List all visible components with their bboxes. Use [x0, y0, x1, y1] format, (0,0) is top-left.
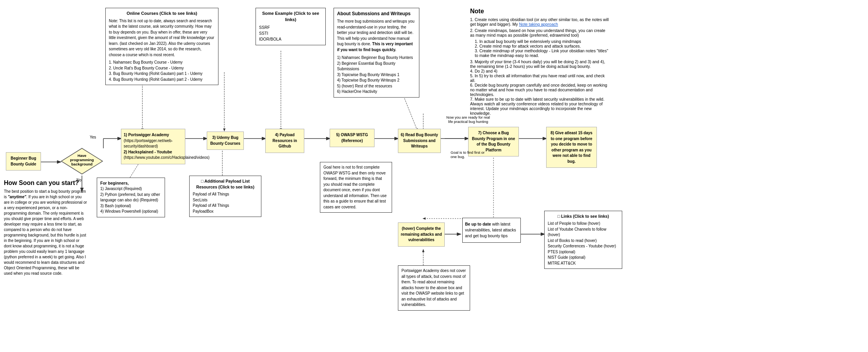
beginners-item-4: 4) Windows Powershell (optional): [100, 209, 162, 215]
link-item-1: List of People to follow (hover): [548, 221, 619, 227]
for-beginners-box: For beginners, 1) Javascript (Required) …: [97, 178, 165, 217]
portswigger-note-text: Portswigger Academy does not cover all t…: [401, 268, 467, 308]
how-soon-section: How Soon can you start? The best positio…: [4, 180, 88, 276]
link-item-5: PTES (optional): [548, 249, 619, 255]
note-sub-2: 2. Create mind map for attack vectors an…: [475, 44, 611, 48]
about-submissions-title: About Submssions and Writeups: [337, 11, 416, 17]
online-course-item-2: 2. Uncle Rat's Bug Bounty Course - Udemy: [109, 66, 215, 71]
owasp-box: 5) OWASP WSTG (Reference): [330, 129, 375, 147]
payload-item-3: Payload of All Things: [193, 203, 258, 209]
note-section: Note 1. Create notes using obsidian tool…: [470, 8, 611, 116]
udemy-box: 3) Udemy Bug Bounty Courses: [207, 132, 244, 150]
payload-item-2: SecLists: [193, 197, 258, 203]
beginners-title: For beginners,: [100, 180, 162, 186]
online-course-item-4: 4. Bug Bounty Hunting (Rohit Gautam) par…: [109, 77, 215, 83]
payload-item-4: PayloadBox: [193, 209, 258, 215]
how-soon-body: The best position to start a bug bounty …: [4, 189, 88, 276]
some-example-title: Some Example (Click to see links): [259, 11, 322, 23]
submission-item-4: 4) Topicwise Bug Bounty Writeups 2: [337, 78, 416, 84]
submission-item-1: 1) Nahamsec Beginner Bug Bounty Hunters: [337, 55, 416, 61]
real-life-note: Now you are ready for real life practica…: [445, 115, 492, 124]
note-sub-3: 3. Create mindmap of your methodology - …: [475, 48, 611, 58]
online-courses-box: Online Courses (Click to see links) Note…: [105, 8, 218, 85]
beginner-box: Beginner Bug Bounty Guide: [6, 152, 41, 171]
note-item-2: 2. Create mindmaps, based on how you und…: [470, 28, 611, 37]
goal-note: Goal is to find first or one bug.: [451, 150, 490, 159]
read-bug-label: 6) Read Bug Bounty Submissions and Write…: [401, 132, 438, 149]
additional-payload-box: □ Additional Payload List Resources (Cli…: [189, 176, 261, 217]
beginners-item-3: 3) Bash (optional): [100, 203, 162, 209]
online-course-item-3: 3. Bug Bounty Hunting (Rohit Gautam) par…: [109, 71, 215, 77]
beginners-item-1: 1) Javascript (Required): [100, 186, 162, 192]
submission-item-5: 5) (hover) Rest of the resources: [337, 84, 416, 89]
example-ssrf: SSRF: [259, 25, 322, 30]
owasp-tooltip-text: Goal here is not to first complete OWASP…: [323, 165, 389, 210]
submission-item-2: 2) Beginner Essential Bug Bounty Submiss…: [337, 61, 416, 72]
online-courses-note: Note: This list is not up to date, alway…: [109, 18, 215, 58]
note-item-1: 1. Create notes using obsidian tool (or …: [470, 17, 611, 27]
be-up-to-date-text: Be up to date with latest vulnerabilitie…: [465, 221, 518, 239]
be-up-to-date-box: Be up to date with latest vulnerabilitie…: [462, 218, 521, 243]
some-example-box: Some Example (Click to see links) SSRF S…: [256, 8, 326, 45]
link-item-2: List of Youtube Channels to follow (hove…: [548, 227, 619, 238]
submission-item-6: 6) HackerOne Hactivity: [337, 89, 416, 95]
portswigger-note-box: Portswigger Academy does not cover all t…: [398, 265, 470, 311]
yes-label: Yes: [90, 135, 96, 139]
diamond-container: Have programming background: [60, 148, 103, 175]
choose-program-label: 7) Choose a Bug Bounty Program in one of…: [471, 130, 516, 153]
online-courses-title: Online Courses (Click to see links): [109, 11, 215, 17]
note-sub-1: 1. In actual bug bounty will be extensiv…: [475, 39, 611, 44]
note-item-3: 3. Majority of your time (3-4 hours dail…: [470, 59, 611, 69]
give-15days-box: 8) Give atleast 15 days to one program b…: [546, 127, 597, 168]
links-box: □ Links (Click to see links) List of Peo…: [544, 211, 622, 269]
payload-resources-label: 4) Payload Resources in Github: [268, 132, 302, 149]
about-submissions-body: The more bug submissions and writeups yo…: [337, 19, 416, 53]
hover-complete-box: (hover) Complete the remaining attacks a…: [398, 222, 445, 247]
link-item-4: Security Conferences - Youtube (hover): [548, 244, 619, 249]
note-item-7: 7. Make sure to be up to date with lates…: [470, 97, 611, 116]
hover-complete-label: (hover) Complete the remaining attacks a…: [401, 226, 442, 243]
link-item-7: MITRE ATT&CK: [548, 261, 619, 267]
about-submissions-box: About Submssions and Writeups The more b…: [334, 8, 419, 98]
payload-item-1: Payload of All Things: [193, 192, 258, 197]
link-item-6: NIST Guide (optional): [548, 255, 619, 261]
owasp-label: 5) OWASP WSTG (Reference): [332, 132, 372, 144]
how-soon-title: How Soon can you start?: [4, 180, 88, 187]
beginners-item-2: 2) Python (preferred, but any other lang…: [100, 192, 162, 203]
beginner-label: Beginner Bug Bounty Guide: [8, 156, 39, 167]
note-title: Note: [470, 8, 611, 15]
portswigger-box: 1) Portswigger Academy(https://portswigg…: [121, 129, 185, 164]
give-15days-label: 8) Give atleast 15 days to one program b…: [549, 130, 594, 164]
svg-marker-23: [61, 148, 103, 174]
owasp-tooltip-box: Goal here is not to first complete OWASP…: [320, 162, 392, 213]
note-item-6: 6. Decide bug bounty program carefully a…: [470, 83, 611, 97]
additional-payload-title: □ Additional Payload List Resources (Cli…: [193, 178, 258, 190]
links-title: □ Links (Click to see links): [548, 213, 619, 219]
example-idor: IDOR/BOLA: [259, 36, 322, 42]
link-item-3: List of Books to read (hover): [548, 238, 619, 244]
payload-resources-box: 4) Payload Resources in Github: [265, 129, 304, 153]
note-item-4: 4. Do 2) and 4): [470, 69, 611, 73]
read-bug-box: 6) Read Bug Bounty Submissions and Write…: [398, 129, 441, 153]
note-item-5: 5. In 5) try to check all information th…: [470, 73, 611, 83]
online-course-item-1: 1. Nahamsec Bug Bounty Course - Udemy: [109, 60, 215, 66]
portswigger-label: 1) Portswigger Academy(https://portswigg…: [124, 132, 183, 161]
submission-item-3: 3) Topicwise Bug Bounty Writeups 1: [337, 72, 416, 78]
example-ssti: SSTI: [259, 30, 322, 36]
udemy-label: 3) Udemy Bug Bounty Courses: [209, 135, 241, 146]
